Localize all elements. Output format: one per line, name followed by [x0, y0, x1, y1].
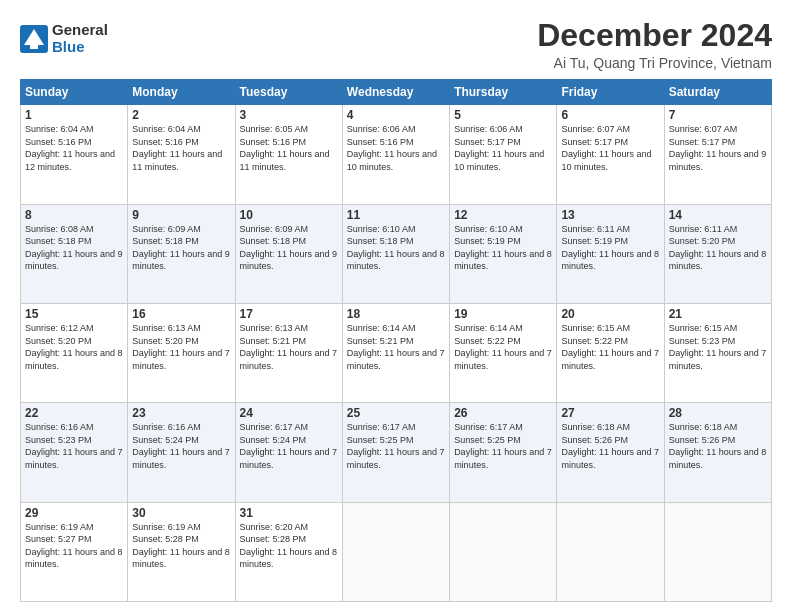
day-number: 11 [347, 208, 445, 222]
table-row: 29 Sunrise: 6:19 AM Sunset: 5:27 PM Dayl… [21, 502, 128, 601]
month-title: December 2024 [537, 18, 772, 53]
table-row: 4 Sunrise: 6:06 AM Sunset: 5:16 PM Dayli… [342, 105, 449, 204]
table-row: 20 Sunrise: 6:15 AM Sunset: 5:22 PM Dayl… [557, 303, 664, 402]
day-number: 23 [132, 406, 230, 420]
table-row: 12 Sunrise: 6:10 AM Sunset: 5:19 PM Dayl… [450, 204, 557, 303]
day-info: Sunrise: 6:13 AM Sunset: 5:21 PM Dayligh… [240, 322, 338, 372]
header: General Blue December 2024 Ai Tu, Quang … [20, 18, 772, 71]
table-row: 31 Sunrise: 6:20 AM Sunset: 5:28 PM Dayl… [235, 502, 342, 601]
day-info: Sunrise: 6:19 AM Sunset: 5:27 PM Dayligh… [25, 521, 123, 571]
table-row: 7 Sunrise: 6:07 AM Sunset: 5:17 PM Dayli… [664, 105, 771, 204]
day-number: 9 [132, 208, 230, 222]
col-thursday: Thursday [450, 80, 557, 105]
page: General Blue December 2024 Ai Tu, Quang … [0, 0, 792, 612]
day-info: Sunrise: 6:05 AM Sunset: 5:16 PM Dayligh… [240, 123, 338, 173]
table-row: 27 Sunrise: 6:18 AM Sunset: 5:26 PM Dayl… [557, 403, 664, 502]
empty-cell [557, 502, 664, 601]
day-number: 12 [454, 208, 552, 222]
day-info: Sunrise: 6:04 AM Sunset: 5:16 PM Dayligh… [25, 123, 123, 173]
table-row: 22 Sunrise: 6:16 AM Sunset: 5:23 PM Dayl… [21, 403, 128, 502]
table-row: 16 Sunrise: 6:13 AM Sunset: 5:20 PM Dayl… [128, 303, 235, 402]
day-info: Sunrise: 6:15 AM Sunset: 5:22 PM Dayligh… [561, 322, 659, 372]
day-number: 5 [454, 108, 552, 122]
day-number: 19 [454, 307, 552, 321]
header-row: Sunday Monday Tuesday Wednesday Thursday… [21, 80, 772, 105]
day-number: 6 [561, 108, 659, 122]
table-row: 5 Sunrise: 6:06 AM Sunset: 5:17 PM Dayli… [450, 105, 557, 204]
day-info: Sunrise: 6:18 AM Sunset: 5:26 PM Dayligh… [561, 421, 659, 471]
day-info: Sunrise: 6:07 AM Sunset: 5:17 PM Dayligh… [669, 123, 767, 173]
col-sunday: Sunday [21, 80, 128, 105]
day-info: Sunrise: 6:09 AM Sunset: 5:18 PM Dayligh… [132, 223, 230, 273]
day-info: Sunrise: 6:11 AM Sunset: 5:20 PM Dayligh… [669, 223, 767, 273]
day-info: Sunrise: 6:20 AM Sunset: 5:28 PM Dayligh… [240, 521, 338, 571]
day-number: 3 [240, 108, 338, 122]
day-number: 1 [25, 108, 123, 122]
day-number: 10 [240, 208, 338, 222]
day-info: Sunrise: 6:19 AM Sunset: 5:28 PM Dayligh… [132, 521, 230, 571]
logo-blue: Blue [52, 39, 108, 56]
table-row: 19 Sunrise: 6:14 AM Sunset: 5:22 PM Dayl… [450, 303, 557, 402]
col-monday: Monday [128, 80, 235, 105]
location: Ai Tu, Quang Tri Province, Vietnam [537, 55, 772, 71]
table-row: 15 Sunrise: 6:12 AM Sunset: 5:20 PM Dayl… [21, 303, 128, 402]
day-number: 15 [25, 307, 123, 321]
table-row: 13 Sunrise: 6:11 AM Sunset: 5:19 PM Dayl… [557, 204, 664, 303]
table-row: 3 Sunrise: 6:05 AM Sunset: 5:16 PM Dayli… [235, 105, 342, 204]
table-row: 9 Sunrise: 6:09 AM Sunset: 5:18 PM Dayli… [128, 204, 235, 303]
day-number: 22 [25, 406, 123, 420]
day-info: Sunrise: 6:08 AM Sunset: 5:18 PM Dayligh… [25, 223, 123, 273]
day-info: Sunrise: 6:10 AM Sunset: 5:18 PM Dayligh… [347, 223, 445, 273]
day-number: 7 [669, 108, 767, 122]
day-number: 28 [669, 406, 767, 420]
day-info: Sunrise: 6:14 AM Sunset: 5:22 PM Dayligh… [454, 322, 552, 372]
table-row: 17 Sunrise: 6:13 AM Sunset: 5:21 PM Dayl… [235, 303, 342, 402]
logo: General Blue [20, 22, 108, 55]
table-row: 10 Sunrise: 6:09 AM Sunset: 5:18 PM Dayl… [235, 204, 342, 303]
week-row: 22 Sunrise: 6:16 AM Sunset: 5:23 PM Dayl… [21, 403, 772, 502]
day-number: 17 [240, 307, 338, 321]
empty-cell [342, 502, 449, 601]
day-info: Sunrise: 6:17 AM Sunset: 5:24 PM Dayligh… [240, 421, 338, 471]
col-wednesday: Wednesday [342, 80, 449, 105]
empty-cell [664, 502, 771, 601]
day-number: 2 [132, 108, 230, 122]
week-row: 8 Sunrise: 6:08 AM Sunset: 5:18 PM Dayli… [21, 204, 772, 303]
col-friday: Friday [557, 80, 664, 105]
day-number: 13 [561, 208, 659, 222]
table-row: 23 Sunrise: 6:16 AM Sunset: 5:24 PM Dayl… [128, 403, 235, 502]
table-row: 28 Sunrise: 6:18 AM Sunset: 5:26 PM Dayl… [664, 403, 771, 502]
day-info: Sunrise: 6:15 AM Sunset: 5:23 PM Dayligh… [669, 322, 767, 372]
table-row: 11 Sunrise: 6:10 AM Sunset: 5:18 PM Dayl… [342, 204, 449, 303]
table-row: 30 Sunrise: 6:19 AM Sunset: 5:28 PM Dayl… [128, 502, 235, 601]
week-row: 29 Sunrise: 6:19 AM Sunset: 5:27 PM Dayl… [21, 502, 772, 601]
day-info: Sunrise: 6:11 AM Sunset: 5:19 PM Dayligh… [561, 223, 659, 273]
day-info: Sunrise: 6:06 AM Sunset: 5:16 PM Dayligh… [347, 123, 445, 173]
day-info: Sunrise: 6:12 AM Sunset: 5:20 PM Dayligh… [25, 322, 123, 372]
day-number: 8 [25, 208, 123, 222]
day-number: 29 [25, 506, 123, 520]
day-info: Sunrise: 6:09 AM Sunset: 5:18 PM Dayligh… [240, 223, 338, 273]
table-row: 1 Sunrise: 6:04 AM Sunset: 5:16 PM Dayli… [21, 105, 128, 204]
day-number: 14 [669, 208, 767, 222]
day-info: Sunrise: 6:16 AM Sunset: 5:24 PM Dayligh… [132, 421, 230, 471]
day-info: Sunrise: 6:07 AM Sunset: 5:17 PM Dayligh… [561, 123, 659, 173]
day-info: Sunrise: 6:17 AM Sunset: 5:25 PM Dayligh… [454, 421, 552, 471]
day-number: 27 [561, 406, 659, 420]
table-row: 8 Sunrise: 6:08 AM Sunset: 5:18 PM Dayli… [21, 204, 128, 303]
table-row: 2 Sunrise: 6:04 AM Sunset: 5:16 PM Dayli… [128, 105, 235, 204]
day-number: 4 [347, 108, 445, 122]
empty-cell [450, 502, 557, 601]
day-number: 30 [132, 506, 230, 520]
table-row: 24 Sunrise: 6:17 AM Sunset: 5:24 PM Dayl… [235, 403, 342, 502]
logo-icon [20, 25, 48, 53]
table-row: 25 Sunrise: 6:17 AM Sunset: 5:25 PM Dayl… [342, 403, 449, 502]
table-row: 26 Sunrise: 6:17 AM Sunset: 5:25 PM Dayl… [450, 403, 557, 502]
week-row: 1 Sunrise: 6:04 AM Sunset: 5:16 PM Dayli… [21, 105, 772, 204]
day-info: Sunrise: 6:13 AM Sunset: 5:20 PM Dayligh… [132, 322, 230, 372]
table-row: 18 Sunrise: 6:14 AM Sunset: 5:21 PM Dayl… [342, 303, 449, 402]
table-row: 21 Sunrise: 6:15 AM Sunset: 5:23 PM Dayl… [664, 303, 771, 402]
calendar: Sunday Monday Tuesday Wednesday Thursday… [20, 79, 772, 602]
day-info: Sunrise: 6:10 AM Sunset: 5:19 PM Dayligh… [454, 223, 552, 273]
day-info: Sunrise: 6:17 AM Sunset: 5:25 PM Dayligh… [347, 421, 445, 471]
